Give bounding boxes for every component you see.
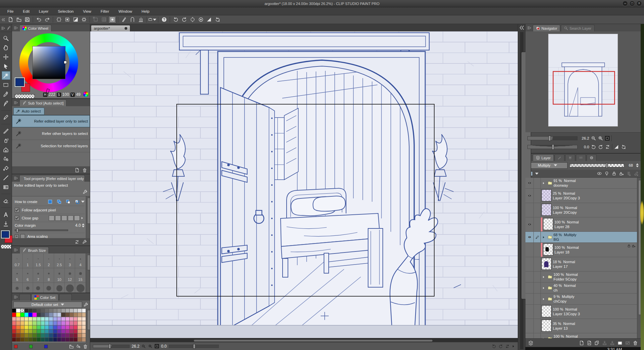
brush-size-17[interactable]: 17 (12, 283, 23, 293)
color-swatch[interactable] (73, 333, 77, 337)
fit-to-window-icon[interactable] (605, 136, 610, 141)
color-swatch[interactable] (61, 329, 65, 333)
decoration-tool[interactable] (2, 145, 10, 154)
color-swatch[interactable] (49, 317, 53, 321)
color-swatch[interactable] (61, 325, 65, 329)
brush-size-1.5[interactable]: 1.5 (33, 253, 44, 268)
brush-size-0.7[interactable]: 0.7 (12, 253, 23, 268)
rotate-view-cw-button[interactable] (180, 16, 188, 23)
color-margin-slider[interactable] (15, 229, 68, 231)
transparent-color-swatch[interactable] (1, 244, 11, 249)
brush-size-20[interactable]: 20 (23, 283, 33, 293)
color-swatch[interactable] (49, 329, 53, 333)
color-swatch[interactable] (57, 338, 61, 342)
color-swatch[interactable] (65, 313, 69, 317)
fit-to-window-icon[interactable] (155, 344, 159, 348)
color-swatch[interactable] (41, 329, 45, 333)
follow-adjacent-pixel-checkbox[interactable] (15, 208, 19, 212)
color-swatch[interactable] (20, 338, 24, 342)
invert-selection-button[interactable] (71, 16, 79, 23)
folder-expand-caret[interactable] (541, 294, 546, 304)
color-swatch[interactable] (57, 313, 61, 317)
mask-visibility-icon[interactable] (597, 171, 602, 176)
expand-selection-button[interactable] (80, 16, 88, 23)
color-swatch[interactable] (61, 317, 65, 321)
color-swatch[interactable] (12, 321, 16, 325)
color-swatch[interactable] (77, 313, 82, 317)
create-layer-mask-icon[interactable] (617, 340, 623, 346)
layer-visibility-cell[interactable] (525, 232, 534, 242)
layer-row-bg[interactable]: 68 % MultiplyBG (525, 232, 637, 243)
color-swatch[interactable] (77, 309, 82, 313)
layer-row-unused[interactable]: 100 % Normalunused (525, 333, 637, 338)
color-swatch[interactable] (49, 325, 53, 329)
brush-size-7[interactable]: 7 (33, 268, 44, 283)
color-swatch[interactable] (77, 333, 82, 337)
menu-edit[interactable]: Edit (18, 8, 34, 15)
delete-layer-icon[interactable] (633, 340, 638, 346)
create-new-selection-button[interactable] (46, 198, 54, 205)
layer-editing-cell[interactable] (534, 283, 541, 293)
tab-information[interactable] (587, 154, 597, 161)
delete-subtool-icon[interactable] (82, 168, 87, 173)
marquee-tool[interactable] (2, 80, 10, 89)
color-swatch[interactable] (20, 317, 24, 321)
color-swatch[interactable] (49, 321, 53, 325)
color-margin-value[interactable]: 4.0 (75, 223, 81, 228)
menu-filter[interactable]: Filter (96, 8, 114, 15)
color-swatch[interactable] (12, 329, 16, 333)
color-swatch[interactable] (45, 329, 49, 333)
color-swatch[interactable] (24, 317, 28, 321)
brush-size-2.5[interactable]: 2.5 (54, 253, 65, 268)
layer-visibility-cell[interactable] (525, 283, 534, 293)
snap-to-ruler-button[interactable] (120, 16, 128, 23)
save-file-button[interactable] (23, 16, 31, 23)
subtool-item[interactable]: Selection for referred layers (12, 140, 90, 152)
close-gap-level-3[interactable] (61, 215, 67, 221)
color-swatch[interactable] (69, 329, 73, 333)
color-swatch[interactable] (65, 329, 69, 333)
close-gap-level-1[interactable] (49, 215, 54, 221)
tab-intermediate-color[interactable] (19, 294, 31, 301)
color-swatch[interactable] (12, 317, 16, 321)
color-swatch[interactable] (37, 313, 41, 317)
snap-to-grid-button[interactable] (137, 16, 145, 23)
color-swatch[interactable] (77, 321, 82, 325)
panel-menu-icon[interactable] (13, 174, 19, 182)
apply-mask-icon[interactable] (625, 340, 630, 346)
fit-to-screen-icon[interactable] (613, 136, 619, 141)
color-swatch[interactable] (61, 321, 65, 325)
layer-row-layer-28[interactable]: 100 % NormalLayer 28 (525, 217, 637, 232)
reselect-button[interactable] (63, 16, 71, 23)
layer-visibility-cell[interactable] (525, 189, 534, 203)
color-swatch[interactable] (82, 317, 86, 321)
lock-transparent-pixels-icon[interactable] (619, 171, 624, 176)
layer-stack-icon[interactable] (528, 340, 533, 346)
layer-visibility-cell[interactable] (525, 203, 534, 217)
brush-size-40[interactable]: 40 (54, 283, 65, 293)
color-swatch[interactable] (82, 338, 86, 342)
move-layer-tool[interactable] (2, 52, 10, 61)
tool-property-scrollbar[interactable] (86, 196, 90, 238)
color-swatch[interactable] (61, 309, 65, 313)
color-swatch[interactable] (20, 329, 24, 333)
figure-tool[interactable] (2, 173, 10, 182)
layer-editing-cell[interactable] (534, 232, 541, 242)
color-set-scrollbar[interactable] (86, 309, 90, 343)
color-swatch[interactable] (37, 317, 41, 321)
brush-size-8[interactable]: 8 (44, 268, 54, 283)
layer-editing-cell[interactable] (534, 319, 541, 333)
color-swatch[interactable] (77, 329, 82, 333)
collapse-right-panels-icon[interactable] (519, 25, 524, 30)
brush-size-1[interactable]: 1 (23, 253, 33, 268)
import-color-set-icon[interactable] (69, 344, 74, 349)
color-swatch[interactable] (24, 313, 28, 317)
color-swatch[interactable] (73, 338, 77, 342)
layer-editing-cell[interactable] (534, 257, 541, 271)
reset-rotation-button[interactable] (188, 16, 196, 23)
add-to-selection-button[interactable] (55, 198, 63, 205)
color-swatch[interactable] (53, 317, 57, 321)
brush-size-25[interactable]: 25 (33, 283, 44, 293)
tab-tool-property[interactable]: Tool property [Refer edited layer only t… (19, 175, 85, 182)
color-swatch[interactable] (20, 313, 24, 317)
